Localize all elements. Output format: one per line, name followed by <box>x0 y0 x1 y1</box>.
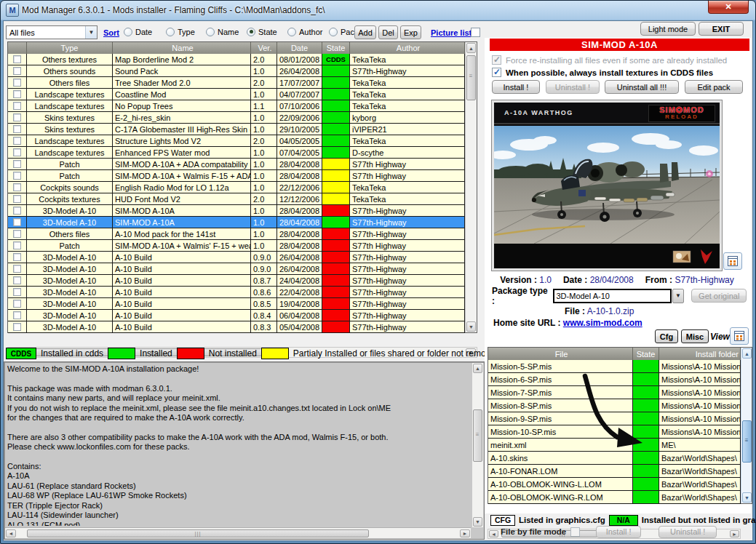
sort-radio-state[interactable]: State <box>247 26 277 37</box>
mod-row[interactable]: 3D-Model A-10A-10 Build0.8.724/04/2008S7… <box>8 275 465 287</box>
misc-button[interactable]: Misc <box>681 329 709 343</box>
mod-row[interactable]: Skins texturesE-2_hi-res_skin1.022/09/20… <box>8 112 465 124</box>
option-cdds-textures[interactable]: When possible, always install textures i… <box>492 67 713 78</box>
mod-row[interactable]: PatchSIM-MOD A-10A + Walmis F-15 + ADA (… <box>8 170 465 182</box>
file-row[interactable]: Mission-8-SP.misMissions\A-10 Mission <box>488 399 741 412</box>
mod-row[interactable]: 3D-Model A-10A-10 Build0.8.305/04/2008S7… <box>8 321 465 333</box>
row-checkbox[interactable] <box>13 311 21 319</box>
row-checkbox[interactable] <box>13 148 21 156</box>
mod-row[interactable]: Cockpits soundsEnglish Radio Mod for LO … <box>8 182 465 193</box>
radio-icon[interactable] <box>206 28 215 36</box>
scroll-up-icon[interactable]: ▲ <box>473 364 482 373</box>
mod-row[interactable]: 3D-Model A-10SIM-MOD A-10A1.028/04/2008S… <box>8 217 465 228</box>
row-checkbox[interactable] <box>13 265 21 273</box>
file-table-header[interactable]: File State Install folder <box>488 348 741 360</box>
radio-icon[interactable] <box>124 28 132 36</box>
row-checkbox[interactable] <box>13 113 21 121</box>
row-checkbox[interactable] <box>13 241 21 249</box>
row-checkbox[interactable] <box>13 253 21 261</box>
description-hscrollbar[interactable]: ◄ ||| ► <box>5 527 471 538</box>
light-mode-button[interactable]: Light mode <box>640 22 696 36</box>
sort-radio-author[interactable]: Author <box>287 26 322 37</box>
del-button[interactable]: Del <box>378 25 398 39</box>
row-checkbox[interactable] <box>13 125 21 133</box>
row-checkbox[interactable] <box>13 137 21 145</box>
scroll-down-icon[interactable]: ▼ <box>742 492 752 503</box>
scroll-right-icon[interactable]: ► <box>730 530 739 537</box>
row-checkbox[interactable] <box>13 90 21 98</box>
get-original-button[interactable]: Get original <box>691 289 747 303</box>
mod-row[interactable]: 3D-Model A-10A-10 Build0.8.406/04/2008S7… <box>8 310 465 321</box>
mod-row[interactable]: Landscape texturesNo Popup Trees1.107/10… <box>8 100 465 112</box>
radio-icon[interactable] <box>329 28 338 36</box>
row-checkbox[interactable] <box>13 102 21 110</box>
scroll-up-icon[interactable]: ▲ <box>742 348 752 359</box>
mod-row[interactable]: 3D-Model A-10A-10 Build0.9.026/04/2008S7… <box>8 252 465 263</box>
view-grid-button[interactable] <box>730 327 749 345</box>
file-row[interactable]: meinit.xmlME\ <box>488 439 741 452</box>
uninstall-all-button[interactable]: Uninstall all !!! <box>605 80 679 94</box>
package-type-select[interactable]: 3D-Model A-10 <box>553 289 672 303</box>
row-checkbox[interactable] <box>13 55 21 63</box>
row-checkbox[interactable] <box>13 183 21 191</box>
scroll-left-icon[interactable]: ◄ <box>6 529 16 537</box>
mod-row[interactable]: PatchSIM-MOD A-10A + Walmis' F-15 + weap… <box>8 240 465 252</box>
file-row[interactable]: Mission-10-SP.misMissions\A-10 Mission <box>488 425 741 439</box>
mod-table-vscrollbar[interactable]: ▲ ≡ ▼ <box>465 42 477 332</box>
file-row[interactable]: Mission-5-SP.misMissions\A-10 Mission <box>488 360 741 373</box>
sort-link[interactable]: Sort <box>103 28 119 37</box>
file-install-button[interactable]: Install ! <box>596 526 641 538</box>
sort-radio-date[interactable]: Date <box>124 26 152 37</box>
mod-row[interactable]: Skins texturesC-17A Globemaster III High… <box>8 124 465 135</box>
row-checkbox[interactable] <box>13 79 21 87</box>
row-checkbox[interactable] <box>13 67 21 75</box>
install-button[interactable]: Install ! <box>492 80 540 94</box>
cfg-button[interactable]: Cfg <box>655 329 678 343</box>
scroll-up-icon[interactable]: ▲ <box>466 43 476 53</box>
file-row[interactable]: Mission-6-SP.misMissions\A-10 Mission <box>488 373 741 386</box>
mod-row[interactable]: Others filesTree Shader Mod 2.02.017/07/… <box>8 77 465 89</box>
mod-row[interactable]: Landscape texturesEnhanced FPS Water mod… <box>8 147 465 159</box>
edit-pack-button[interactable]: Edit pack <box>685 80 743 94</box>
file-by-file-checkbox[interactable] <box>570 527 580 537</box>
sort-radio-type[interactable]: Type <box>166 26 195 37</box>
file-row[interactable]: A-10-OBLOMOK-WING-L.LOMBazar\World\Shape… <box>488 478 741 491</box>
row-checkbox[interactable] <box>13 160 21 168</box>
close-button[interactable]: ✕ <box>708 1 749 14</box>
row-checkbox[interactable] <box>13 195 21 203</box>
row-checkbox[interactable] <box>13 172 21 180</box>
row-checkbox[interactable] <box>13 276 21 284</box>
mod-row[interactable]: Others texturesMap Borderline Mod 22.008… <box>8 54 465 65</box>
file-row[interactable]: A-10.skinsBazar\World\Shapes\ <box>488 452 741 465</box>
file-row[interactable]: A-10-FONAR.LOMBazar\World\Shapes\ <box>488 465 741 478</box>
mod-row[interactable]: Others filesA-10 Mod pack for the 141st1… <box>8 228 465 240</box>
row-checkbox[interactable] <box>13 288 21 296</box>
force-reinstall-checkbox[interactable] <box>492 55 501 65</box>
homesite-link[interactable]: www.sim-mod.com <box>563 318 642 328</box>
cdds-textures-checkbox[interactable] <box>492 68 501 77</box>
mod-row[interactable]: 3D-Model A-10A-10 Build0.8.622/04/2008S7… <box>8 287 465 298</box>
radio-icon[interactable] <box>287 28 296 36</box>
description-vscrollbar[interactable]: ▲ ≡ ▼ <box>471 363 483 527</box>
chevron-down-icon[interactable]: ▼ <box>85 26 97 39</box>
exp-button[interactable]: Exp <box>400 25 421 39</box>
mod-row[interactable]: Cockpits texturesHUD Font Mod V22.012/12… <box>8 193 465 205</box>
radio-icon[interactable] <box>247 28 255 36</box>
file-row[interactable]: Mission-7-SP.misMissions\A-10 Mission <box>488 386 741 399</box>
mod-row[interactable]: Others soundsSound Pack1.026/04/2008S77t… <box>8 65 465 77</box>
file-table-vscrollbar[interactable]: ▲ ≡ ▼ <box>741 348 752 503</box>
chevron-down-icon[interactable]: ▼ <box>672 289 685 303</box>
row-checkbox[interactable] <box>13 230 21 238</box>
add-button[interactable]: Add <box>354 25 376 39</box>
radio-icon[interactable] <box>166 28 175 36</box>
picture-list-link[interactable]: Picture list <box>431 28 471 37</box>
scroll-down-icon[interactable]: ▼ <box>466 321 476 332</box>
row-checkbox[interactable] <box>13 323 21 331</box>
scroll-down-icon[interactable]: ▼ <box>473 517 482 527</box>
mod-row[interactable]: 3D-Model A-10SIM-MOD A-10A1.028/04/2008S… <box>8 205 465 217</box>
filter-select[interactable]: All files ▼ <box>6 25 98 39</box>
picture-list-checkbox[interactable] <box>471 28 480 37</box>
row-checkbox[interactable] <box>13 300 21 308</box>
picture-grid-view-button[interactable] <box>723 252 742 270</box>
mod-table-header[interactable]: Type Name Ver. Date State Author <box>8 42 465 54</box>
